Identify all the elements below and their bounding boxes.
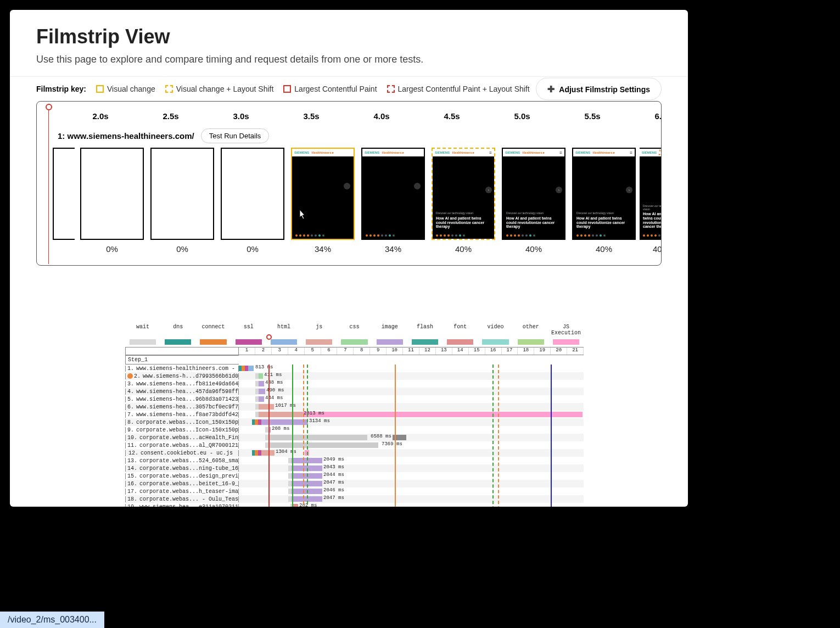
waterfall-row[interactable]: 4.www.siemens-hea...457da96f598ff9.png49…	[125, 388, 584, 395]
test-label: 1: www.siemens-healthineers.com/	[58, 131, 194, 141]
legend-swatch	[165, 339, 191, 345]
frame-percent: 0%	[106, 244, 118, 254]
waterfall-row[interactable]: 1.www.siemens-healthineers.com - /813 ms	[125, 365, 584, 372]
waterfall-row[interactable]: 14.corporate.webas...ning-tube_16x9.jpg2…	[125, 464, 584, 472]
time-tick: 15	[469, 347, 485, 355]
time-tick: 12	[419, 347, 436, 355]
waterfall-row[interactable]: 13.corporate.webas...524_6058_small.jpg2…	[125, 457, 584, 464]
legend-swatch	[271, 339, 297, 345]
key-visual-change-ls: Visual change + Layout Shift	[165, 85, 274, 93]
legend-label: connect	[195, 324, 231, 336]
cursor-icon	[296, 209, 307, 223]
test-run-details-button[interactable]: Test Run Details	[201, 128, 270, 143]
time-mark: 5.0s	[487, 111, 557, 121]
filmstrip-frame[interactable]: SIEMENS Healthineers ▸	[291, 148, 355, 240]
waterfall-row[interactable]: 11.corporate.webas...al_QR700012193.mp37…	[125, 441, 584, 449]
waterfall-row[interactable]: 10.corporate.webas...acHealth_Final.mp36…	[125, 434, 584, 441]
legend-label: JS Execution	[548, 324, 584, 336]
timeline-marker	[303, 365, 304, 507]
time-tick: 6	[321, 347, 338, 355]
legend-label: ssl	[231, 324, 266, 336]
waterfall-row[interactable]: 2.www.siemens-h...d7993566b61d0.css411 m…	[125, 372, 584, 380]
time-tick: 10	[387, 347, 403, 355]
timeline-marker	[307, 365, 308, 507]
legend-swatch	[341, 339, 367, 345]
time-tick: 19	[534, 347, 551, 355]
legend-swatch	[412, 339, 438, 345]
filmstrip-frame[interactable]	[221, 148, 284, 240]
time-mark: 2.0s	[65, 111, 136, 121]
timeline-marker	[551, 365, 552, 507]
filmstrip-frame[interactable]: SIEMENS Healthineers ▸	[361, 148, 425, 240]
time-tick: 5	[305, 347, 321, 355]
waterfall-row[interactable]: 9.corporate.webas...Icon-150x150px.jpg20…	[125, 426, 584, 434]
timeline-marker	[268, 365, 270, 507]
swatch-lcp-icon	[283, 85, 291, 93]
filmstrip-frame[interactable]: SIEMENS Healthineers ▸≡›Discover our tec…	[432, 148, 495, 240]
frame-percent: 40%	[653, 244, 662, 254]
adjust-filmstrip-button[interactable]: ✚Adjust Filmstrip Settings	[536, 78, 662, 100]
waterfall-row[interactable]: 15.corporate.webas...design_preview.jpg2…	[125, 472, 584, 480]
legend-label: video	[478, 324, 513, 336]
legend-label: other	[513, 324, 548, 336]
time-mark: 3.5s	[276, 111, 346, 121]
time-mark: 5.5s	[557, 111, 628, 121]
waterfall-row[interactable]: 7.www.siemens-hea...f8ae73bddfd42b6.js28…	[125, 411, 584, 418]
time-tick: 7	[337, 347, 354, 355]
timeline-marker	[498, 365, 499, 507]
legend-swatch	[482, 339, 508, 345]
legend-label: html	[266, 324, 301, 336]
time-tick: 8	[354, 347, 370, 355]
waterfall-row[interactable]: 6.www.siemens-hea...3057bcf0ec9f7a7.js10…	[125, 403, 584, 411]
legend-swatch	[306, 339, 332, 345]
frame-percent: 40%	[455, 244, 472, 254]
waterfall-row[interactable]: 5.www.siemens-hea...96b8d3a0714239.svg44…	[125, 395, 584, 403]
chevron-right-icon: ›	[556, 187, 562, 193]
status-icon	[127, 373, 133, 379]
filmstrip-frame[interactable]	[80, 148, 144, 240]
filmstrip-frame[interactable]: SIEMENS Healthineers ▸≡›Discover our tec…	[640, 148, 662, 240]
waterfall-scrub-handle[interactable]	[266, 334, 272, 340]
time-tick: 16	[485, 347, 502, 355]
time-mark: 6.0s	[628, 111, 662, 121]
hamburger-icon: ≡	[559, 150, 562, 155]
legend-swatch	[130, 339, 156, 345]
waterfall-row[interactable]: 19.www.siemens-hea...e311a19702113.woff2…	[125, 503, 584, 507]
waterfall-row[interactable]: 12.consent.cookiebot.eu - uc.js1304 ms	[125, 449, 584, 457]
time-tick: 4	[288, 347, 305, 355]
waterfall-row[interactable]: 8.corporate.webas...Icon_150x150px.jpg31…	[125, 418, 584, 426]
waterfall-row[interactable]: 16.corporate.webas...beitet_16-9_HQ.JPG2…	[125, 480, 584, 487]
frame-percent: 34%	[315, 244, 331, 254]
time-mark: 4.5s	[417, 111, 487, 121]
time-tick: 2	[255, 347, 272, 355]
filmstrip-frame[interactable]	[150, 148, 214, 240]
timeline-marker	[492, 365, 494, 507]
legend-swatch	[518, 339, 544, 345]
waterfall-chart: waitdnsconnectsslhtmljscssimageflashfont…	[125, 323, 584, 507]
waterfall-row[interactable]: 3.www.siemens-hea...fb811e49da6643.png44…	[125, 380, 584, 388]
time-tick: 20	[551, 347, 567, 355]
filmstrip-frame[interactable]: SIEMENS Healthineers ▸≡›Discover our tec…	[572, 148, 636, 240]
page-title: Filmstrip View	[36, 25, 662, 48]
page-subtitle: Use this page to explore and compare tim…	[36, 54, 662, 65]
time-tick: 9	[370, 347, 387, 355]
time-tick: 18	[518, 347, 534, 355]
waterfall-row[interactable]: 17.corporate.webas...h_teaser-image.jpg2…	[125, 487, 584, 495]
waterfall-row[interactable]: 18.corporate.webas... - Oulu_Teaser.jpg2…	[125, 495, 584, 503]
time-tick: 13	[436, 347, 452, 355]
legend-label: css	[337, 324, 372, 336]
key-lcp: Largest Contentful Paint	[283, 85, 377, 93]
frame-percent: 34%	[385, 244, 401, 254]
legend-label: wait	[125, 324, 160, 336]
timeline-marker	[395, 365, 396, 507]
legend-label: js	[301, 324, 337, 336]
hamburger-icon: ≡	[489, 150, 492, 155]
plus-icon: ✚	[547, 84, 555, 94]
time-tick: 17	[502, 347, 518, 355]
swatch-visual-change-ls-icon	[165, 85, 173, 93]
time-mark: 2.5s	[136, 111, 206, 121]
filmstrip-frame[interactable]	[53, 148, 75, 240]
filmstrip-frame[interactable]: SIEMENS Healthineers ▸≡›Discover our tec…	[502, 148, 565, 240]
swatch-lcp-ls-icon	[387, 85, 395, 93]
key-label: Filmstrip key:	[36, 85, 86, 93]
